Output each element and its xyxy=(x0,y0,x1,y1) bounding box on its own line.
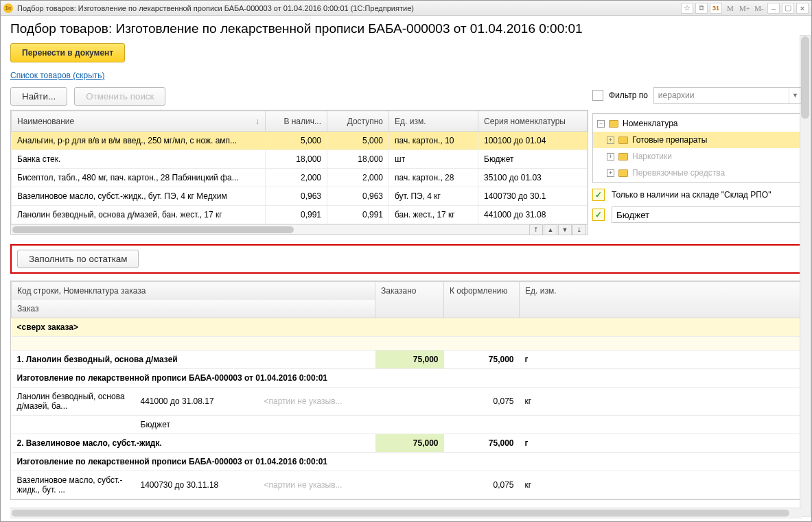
calendar-icon[interactable]: 31 xyxy=(710,3,722,14)
instock-checkbox[interactable]: ✓ xyxy=(592,189,605,201)
horizontal-scrollbar[interactable]: ⤒ ▲ ▼ ⤓ xyxy=(11,224,588,234)
budget-checkbox[interactable]: ✓ xyxy=(592,209,605,221)
tree-expand-icon[interactable]: + xyxy=(607,137,614,144)
order-table: Код строки, Номенклатура заказа Заказано… xyxy=(10,281,802,500)
bottom-scrollbar[interactable] xyxy=(10,508,802,519)
order-item-detail[interactable]: Ланолин безводный, основа д/мазей, ба...… xyxy=(12,388,801,416)
star-icon[interactable]: ☆ xyxy=(681,3,693,14)
tree-item-ready[interactable]: + Готовые препараты xyxy=(593,132,801,148)
chevron-down-icon: ▼ xyxy=(789,88,801,103)
filter-dropdown[interactable]: иерархии ▼ xyxy=(653,87,802,104)
col-to-make[interactable]: К оформлению xyxy=(444,282,520,318)
over-order-row[interactable]: <сверх заказа> xyxy=(12,318,801,337)
cancel-search-button[interactable]: Отменить поиск xyxy=(74,87,165,106)
window-buttons: ☆ ⧉ 31 M M+ M- – ▢ × xyxy=(681,3,809,14)
col-series[interactable]: Серия номенклатуры xyxy=(478,111,588,132)
col-name[interactable]: Наименование↓ xyxy=(12,111,266,132)
calc-icon[interactable]: ⧉ xyxy=(695,3,708,14)
vertical-scrollbar[interactable] xyxy=(800,35,811,517)
col-unit[interactable]: Ед. изм. xyxy=(520,282,801,318)
order-item-detail[interactable]: Вазелиновое масло, субст.-жидк., бут. ..… xyxy=(12,471,801,499)
order-item-budget: Бюджет xyxy=(12,416,801,434)
filter-label: Фильтр по xyxy=(609,91,648,100)
scroll-down-icon[interactable]: ▼ xyxy=(558,224,572,235)
close-icon[interactable]: × xyxy=(796,3,809,14)
app-window: 1c Подбор товаров: Изготовление по лекар… xyxy=(0,0,812,522)
col-available[interactable]: Доступно xyxy=(327,111,389,132)
app-icon: 1c xyxy=(3,3,13,13)
nomenclature-table: Наименование↓ В налич... Доступно Ед. из… xyxy=(10,110,588,235)
col-order[interactable]: Заказ xyxy=(12,300,375,318)
table-row[interactable]: Ланолин безводный, основа д/мазей, бан. … xyxy=(12,206,588,224)
table-row[interactable]: Банка стек.18,00018,000штБюджет xyxy=(12,150,588,169)
folder-icon xyxy=(618,169,628,177)
col-instock[interactable]: В налич... xyxy=(266,111,327,132)
fill-by-stock-button[interactable]: Заполнить по остаткам xyxy=(17,250,139,268)
memory-mplus-icon[interactable]: M+ xyxy=(739,3,751,14)
tree-item-nomenclature[interactable]: − Номенклатура xyxy=(593,115,801,132)
scroll-up-top-icon[interactable]: ⤒ xyxy=(529,224,543,235)
scroll-up-icon[interactable]: ▲ xyxy=(544,224,557,235)
titlebar: 1c Подбор товаров: Изготовление по лекар… xyxy=(1,1,811,16)
content-area: Подбор товаров: Изготовление по лекарств… xyxy=(1,16,811,521)
col-unit[interactable]: Ед. изм. xyxy=(389,111,478,132)
budget-input[interactable] xyxy=(612,206,802,223)
order-item-subheader: Изготовление по лекарственной прописи БА… xyxy=(12,453,801,471)
folder-icon xyxy=(618,153,628,161)
memory-m-icon[interactable]: M xyxy=(724,3,736,14)
col-ordered[interactable]: Заказано xyxy=(375,282,444,318)
tree-collapse-icon[interactable]: − xyxy=(597,120,605,128)
order-item-header[interactable]: 1. Ланолин безводный, основа д/мазей 75,… xyxy=(12,351,801,369)
table-header-row: Наименование↓ В налич... Доступно Ед. из… xyxy=(12,111,588,132)
hierarchy-tree: − Номенклатура + Готовые препараты + Нар… xyxy=(592,113,802,183)
maximize-icon[interactable]: ▢ xyxy=(782,3,794,14)
filter-checkbox[interactable] xyxy=(592,90,603,101)
find-button[interactable]: Найти... xyxy=(10,87,67,106)
scroll-down-bottom-icon[interactable]: ⤓ xyxy=(572,224,586,235)
table-row[interactable]: Анальгин, р-р для в/в и в/м введ., 250 м… xyxy=(12,132,588,150)
minimize-icon[interactable]: – xyxy=(767,3,780,14)
tree-item-bandage[interactable]: + Перевязочные средства xyxy=(593,165,801,181)
window-title: Подбор товаров: Изготовление по лекарств… xyxy=(17,4,681,12)
page-title: Подбор товаров: Изготовление по лекарств… xyxy=(10,21,802,36)
order-item-header[interactable]: 2. Вазелиновое масло, субст.-жидк. 75,00… xyxy=(12,434,801,453)
toggle-list-link[interactable]: Список товаров (скрыть) xyxy=(10,71,802,80)
over-order-spacer xyxy=(12,337,801,351)
folder-icon xyxy=(618,137,628,144)
folder-icon xyxy=(609,120,618,128)
highlighted-button-frame: Заполнить по остаткам xyxy=(10,244,802,274)
memory-mminus-icon[interactable]: M- xyxy=(753,3,765,14)
instock-label: Только в наличии на складе "Склад РПО" xyxy=(612,190,771,200)
table-row[interactable]: Вазелиновое масло, субст.-жидк., бут. ПЭ… xyxy=(12,187,588,206)
transfer-button[interactable]: Перенести в документ xyxy=(10,43,125,62)
order-item-subheader: Изготовление по лекарственной прописи БА… xyxy=(12,369,801,388)
tree-expand-icon[interactable]: + xyxy=(607,169,614,177)
tree-item-narcotics[interactable]: + Наркотики xyxy=(593,148,801,165)
table-row[interactable]: Бисептол, табл., 480 мг, пач. картон., 2… xyxy=(12,169,588,187)
col-code-nomen[interactable]: Код строки, Номенклатура заказа xyxy=(12,282,375,300)
tree-expand-icon[interactable]: + xyxy=(607,153,614,161)
